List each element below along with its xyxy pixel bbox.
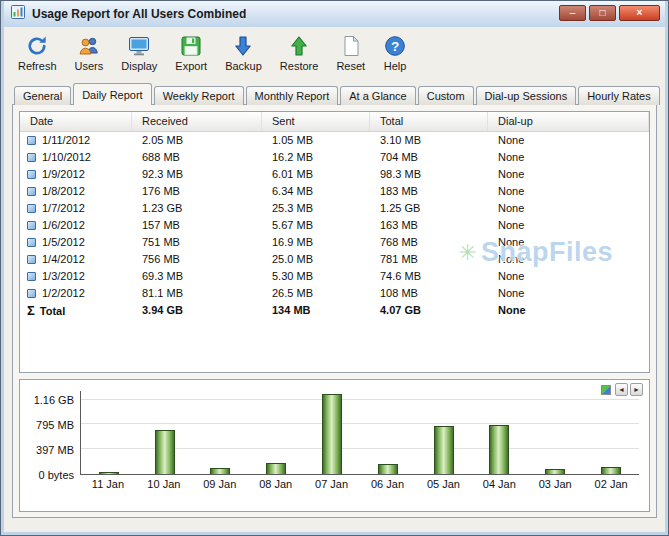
table-row[interactable]: 1/9/201292.3 MB6.01 MB98.3 MBNone bbox=[20, 166, 649, 183]
column-header-received[interactable]: Received bbox=[132, 112, 262, 131]
table-total-cell: 134 MB bbox=[262, 302, 370, 319]
tab-dial-up-sessions[interactable]: Dial-up Sessions bbox=[476, 86, 577, 105]
usage-bar[interactable] bbox=[601, 467, 621, 474]
table-cell: None bbox=[488, 166, 649, 183]
table-row[interactable]: 1/4/2012756 MB25.0 MB781 MBNone bbox=[20, 251, 649, 268]
display-icon bbox=[127, 34, 151, 58]
y-tick-label: 0 bytes bbox=[39, 469, 74, 481]
table-cell: 1/5/2012 bbox=[20, 234, 132, 251]
column-header-sent[interactable]: Sent bbox=[262, 112, 370, 131]
usage-bar[interactable] bbox=[155, 430, 175, 474]
usage-bar[interactable] bbox=[322, 394, 342, 474]
table-cell: 3.10 MB bbox=[370, 132, 488, 149]
table-total-cell: None bbox=[488, 302, 649, 319]
table-cell: 176 MB bbox=[132, 183, 262, 200]
backup-icon bbox=[231, 34, 255, 58]
window-title: Usage Report for All Users Combined bbox=[32, 7, 246, 21]
calendar-icon bbox=[27, 289, 36, 298]
table-row[interactable]: 1/7/20121.23 GB25.3 MB1.25 GBNone bbox=[20, 200, 649, 217]
restore-button[interactable]: Restore bbox=[272, 30, 327, 75]
tab-hourly-rates[interactable]: Hourly Rates bbox=[578, 86, 660, 105]
table-cell: 25.3 MB bbox=[262, 200, 370, 217]
x-tick-label: 07 Jan bbox=[304, 478, 360, 490]
usage-bar[interactable] bbox=[489, 425, 509, 474]
chart-plot bbox=[80, 391, 639, 475]
reset-button[interactable]: Reset bbox=[328, 30, 373, 75]
table-cell: 16.2 MB bbox=[262, 149, 370, 166]
x-tick-label: 09 Jan bbox=[192, 478, 248, 490]
help-button[interactable]: ?Help bbox=[375, 30, 415, 75]
chart-y-axis: 1.16 GB795 MB397 MB0 bytes bbox=[24, 391, 80, 475]
table-cell: 74.6 MB bbox=[370, 268, 488, 285]
table-row[interactable]: 1/10/2012688 MB16.2 MB704 MBNone bbox=[20, 149, 649, 166]
table-row[interactable]: 1/8/2012176 MB6.34 MB183 MBNone bbox=[20, 183, 649, 200]
export-icon bbox=[179, 34, 203, 58]
tab-daily-report[interactable]: Daily Report bbox=[73, 83, 152, 105]
x-tick-label: 05 Jan bbox=[415, 478, 471, 490]
table-row[interactable]: 1/11/20122.05 MB1.05 MB3.10 MBNone bbox=[20, 132, 649, 149]
tab-custom[interactable]: Custom bbox=[418, 86, 474, 105]
table-total-row[interactable]: ΣTotal3.94 GB134 MB4.07 GBNone bbox=[20, 302, 649, 319]
usage-bar[interactable] bbox=[210, 468, 230, 474]
calendar-icon bbox=[27, 255, 36, 264]
table-row[interactable]: 1/5/2012751 MB16.9 MB768 MBNone bbox=[20, 234, 649, 251]
table-cell: 69.3 MB bbox=[132, 268, 262, 285]
toolbar-button-label: Refresh bbox=[18, 60, 57, 72]
bar-slot bbox=[360, 391, 416, 474]
toolbar-button-label: Users bbox=[75, 60, 104, 72]
y-tick-label: 795 MB bbox=[36, 419, 74, 431]
calendar-icon bbox=[27, 204, 36, 213]
backup-button[interactable]: Backup bbox=[217, 30, 270, 75]
table-header: DateReceivedSentTotalDial-up bbox=[20, 112, 649, 132]
column-header-total[interactable]: Total bbox=[370, 112, 488, 131]
tab-monthly-report[interactable]: Monthly Report bbox=[246, 86, 339, 105]
chart-x-axis: 11 Jan10 Jan09 Jan08 Jan07 Jan06 Jan05 J… bbox=[80, 475, 639, 490]
toolbar-button-label: Display bbox=[121, 60, 157, 72]
refresh-button[interactable]: Refresh bbox=[10, 30, 65, 75]
refresh-icon bbox=[25, 34, 49, 58]
app-window: Usage Report for All Users Combined – □ … bbox=[0, 0, 669, 536]
y-tick-label: 397 MB bbox=[36, 444, 74, 456]
bar-slot bbox=[583, 391, 639, 474]
table-total-cell: ΣTotal bbox=[20, 302, 132, 319]
toolbar-button-label: Reset bbox=[336, 60, 365, 72]
caption-buttons: – □ × bbox=[559, 5, 660, 21]
table-cell: 1/9/2012 bbox=[20, 166, 132, 183]
usage-bar[interactable] bbox=[99, 472, 119, 474]
titlebar: Usage Report for All Users Combined – □ … bbox=[4, 1, 665, 27]
minimize-button[interactable]: – bbox=[559, 5, 586, 21]
chart-plot-wrap: 11 Jan10 Jan09 Jan08 Jan07 Jan06 Jan05 J… bbox=[80, 391, 639, 490]
table-cell: 92.3 MB bbox=[132, 166, 262, 183]
calendar-icon bbox=[27, 170, 36, 179]
table-cell: 1/4/2012 bbox=[20, 251, 132, 268]
column-header-dial-up[interactable]: Dial-up bbox=[488, 112, 649, 131]
usage-bar[interactable] bbox=[378, 464, 398, 474]
close-button[interactable]: × bbox=[619, 5, 660, 21]
tab-general[interactable]: General bbox=[14, 86, 71, 105]
table-row[interactable]: 1/2/201281.1 MB26.5 MB108 MBNone bbox=[20, 285, 649, 302]
column-header-date[interactable]: Date bbox=[20, 112, 132, 131]
table-row[interactable]: 1/6/2012157 MB5.67 MB163 MBNone bbox=[20, 217, 649, 234]
tab-at-a-glance[interactable]: At a Glance bbox=[340, 86, 415, 105]
table-cell: None bbox=[488, 149, 649, 166]
export-button[interactable]: Export bbox=[167, 30, 215, 75]
app-icon bbox=[10, 4, 26, 24]
usage-bar[interactable] bbox=[434, 426, 454, 474]
users-button[interactable]: Users bbox=[67, 30, 112, 75]
table-cell: 1/11/2012 bbox=[20, 132, 132, 149]
table-cell: 6.01 MB bbox=[262, 166, 370, 183]
display-button[interactable]: Display bbox=[113, 30, 165, 75]
table-row[interactable]: 1/3/201269.3 MB5.30 MB74.6 MBNone bbox=[20, 268, 649, 285]
maximize-button[interactable]: □ bbox=[589, 5, 616, 21]
table-cell: 1/10/2012 bbox=[20, 149, 132, 166]
x-tick-label: 02 Jan bbox=[583, 478, 639, 490]
table-cell: 163 MB bbox=[370, 217, 488, 234]
client-area: RefreshUsersDisplayExportBackupRestoreRe… bbox=[4, 27, 665, 532]
table-cell: 25.0 MB bbox=[262, 251, 370, 268]
usage-bar[interactable] bbox=[545, 469, 565, 474]
table-cell: None bbox=[488, 132, 649, 149]
usage-bar[interactable] bbox=[266, 463, 286, 474]
tab-weekly-report[interactable]: Weekly Report bbox=[154, 86, 244, 105]
table-body: 1/11/20122.05 MB1.05 MB3.10 MBNone1/10/2… bbox=[20, 132, 649, 319]
table-cell: 108 MB bbox=[370, 285, 488, 302]
